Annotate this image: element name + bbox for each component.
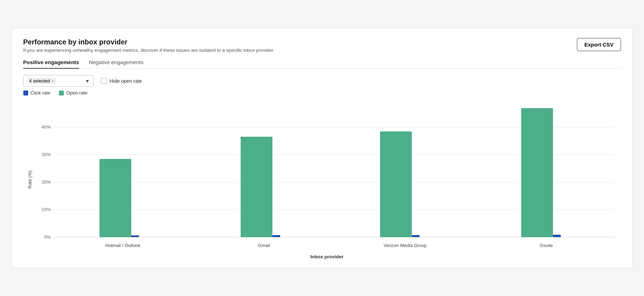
select-tag-close[interactable]: × xyxy=(52,79,54,84)
chevron-down-icon: ▼ xyxy=(85,78,90,84)
x-label-verizon: Verizon Media Group xyxy=(383,243,426,248)
x-label-hotmail: Hotmail / Outlook xyxy=(105,243,140,248)
legend-click-rate-label: Click rate xyxy=(31,90,50,95)
bar-gmail-click xyxy=(272,235,280,237)
hide-open-rate-checkbox-label[interactable]: Hide open rate xyxy=(101,78,142,84)
export-csv-button[interactable]: Export CSV xyxy=(577,38,621,51)
card-title: Performance by inbox provider xyxy=(23,38,275,46)
y-tick-10: 10% xyxy=(41,207,50,212)
y-tick-0: 0% xyxy=(44,234,51,240)
select-tag: 4 selected × xyxy=(27,78,56,84)
bar-gsuite-click xyxy=(553,235,561,237)
y-tick-30: 30% xyxy=(41,152,50,157)
hide-open-rate-checkbox[interactable] xyxy=(101,78,107,84)
legend-click-rate: Click rate xyxy=(23,90,50,95)
legend-open-rate-color xyxy=(59,91,64,95)
tab-positive-engagements[interactable]: Positive engagements xyxy=(23,59,79,69)
tab-bar: Positive engagements Negative engagement… xyxy=(23,59,621,69)
bar-hotmail-open xyxy=(100,159,131,237)
tab-negative-engagements[interactable]: Negative engagements xyxy=(89,59,143,69)
legend-click-rate-color xyxy=(23,91,28,95)
y-tick-40: 40% xyxy=(41,124,50,130)
x-label-gmail: Gmail xyxy=(258,243,270,248)
provider-select[interactable]: 4 selected × ▼ xyxy=(23,75,94,87)
x-label-gsuite: Gsuite xyxy=(540,243,553,248)
legend-open-rate-label: Open rate xyxy=(66,90,88,95)
bar-chart-svg: 0% 10% 20% 30% 40% Hotmail / Outlook xyxy=(33,100,621,251)
bar-gmail-open xyxy=(241,137,272,237)
chart-inner: 0% 10% 20% 30% 40% Hotmail / Outlook xyxy=(33,100,621,259)
card-header: Performance by inbox provider If you are… xyxy=(23,38,621,53)
performance-card: Performance by inbox provider If you are… xyxy=(12,28,633,268)
y-axis-label: Rate (%) xyxy=(23,100,33,259)
bar-gsuite-open xyxy=(521,108,553,237)
card-subtitle: If you are experiencing unhealthy engage… xyxy=(23,48,275,53)
chart-wrap: Rate (%) 0% 10% 20% 30% xyxy=(23,100,621,259)
header-text: Performance by inbox provider If you are… xyxy=(23,38,275,53)
chart-area: Rate (%) 0% 10% 20% 30% xyxy=(23,100,621,259)
x-axis-label: Inbox provider xyxy=(33,254,621,259)
legend-open-rate: Open rate xyxy=(59,90,88,95)
hide-open-rate-label: Hide open rate xyxy=(110,78,142,84)
y-tick-20: 20% xyxy=(41,179,50,185)
chart-legend: Click rate Open rate xyxy=(23,90,621,95)
bar-verizon-open xyxy=(380,131,412,237)
chart-controls: 4 selected × ▼ Hide open rate xyxy=(23,75,621,87)
bar-hotmail-click xyxy=(131,235,139,237)
bar-verizon-click xyxy=(412,235,420,237)
